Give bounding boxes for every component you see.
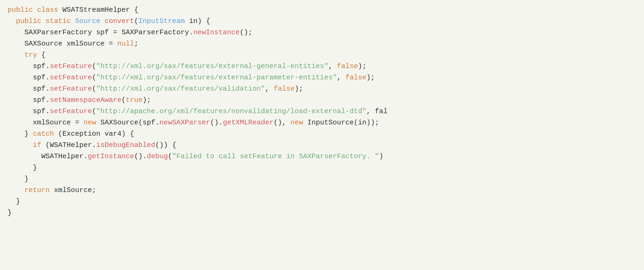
code-token: ( [92,62,96,70]
code-token: "Failed to call setFeature in SAXParserF… [172,153,379,161]
code-line: return xmlSource; [8,185,636,196]
code-token: ( [92,74,96,82]
code-token: , [265,85,273,93]
code-line: } catch (Exception var4) { [8,129,636,140]
code-token: "http://xml.org/sax/features/external-ge… [96,62,328,70]
code-token: xmlSource; [50,186,96,194]
code-token: , [328,62,337,70]
code-token: (). [210,119,223,127]
code-line: if (WSATHelper.isDebugEnabled()) { [8,140,636,151]
code-line: spf.setFeature("http://xml.org/sax/featu… [8,61,636,72]
code-token: getInstance [88,153,134,161]
code-token: ); [295,85,303,93]
code-token: "http://xml.org/sax/features/external-pa… [96,74,337,82]
code-line: } [8,196,636,208]
code-token: false [345,74,366,82]
code-token: catch [33,130,54,138]
code-token: , [337,74,345,82]
code-token: ; [134,40,138,48]
code-token: ( [168,153,172,161]
code-token: SAXParserFactory spf = SAXParserFactory. [8,29,193,37]
code-token: ); [143,96,151,104]
code-token: } [8,164,37,172]
code-token: false [337,62,358,70]
code-token: static [45,17,71,25]
code-token: public [8,6,33,14]
code-token [8,51,24,59]
code-token: setFeature [50,85,92,93]
code-token: "http://xml.org/sax/features/validation" [96,85,265,93]
code-token: InputSource(in)); [303,119,379,127]
code-line: spf.setFeature("http://xml.org/sax/featu… [8,84,636,95]
code-token: (), [273,119,290,127]
code-line: public class WSATStreamHelper { [8,5,636,16]
code-token: "http://apache.org/xml/features/nonvalid… [96,108,366,116]
code-line: spf.setFeature("http://apache.org/xml/fe… [8,106,636,117]
code-token: ( [121,96,126,104]
code-token: ( [92,108,96,116]
code-token: ( [134,17,138,25]
code-token: setFeature [50,108,92,116]
code-token: } [8,175,29,183]
code-token: setFeature [50,62,92,70]
code-token: ); [358,62,366,70]
code-token: (); [240,29,252,37]
code-token: ()) { [155,141,176,149]
code-token: WSATStreamHelper { [58,6,138,14]
code-line: try { [8,50,636,61]
code-token: isDebugEnabled [96,141,155,149]
code-line: } [8,162,636,174]
code-token [41,17,45,25]
code-token: ) [379,153,383,161]
code-line: SAXParserFactory spf = SAXParserFactory.… [8,27,636,39]
code-line: xmlSource = new SAXSource(spf.newSAXPars… [8,117,636,129]
code-token: InputStream [138,17,185,25]
code-token: (Exception var4) { [54,130,134,138]
code-token: SAXSource(spf. [96,119,159,127]
code-line: WSATHelper.getInstance().debug("Failed t… [8,151,636,162]
code-token: WSATHelper. [8,153,88,161]
code-line: public static Source convert(InputStream… [8,16,636,27]
code-token: ( [92,85,96,93]
code-token [8,141,33,149]
code-token: convert [105,17,134,25]
code-line: spf.setFeature("http://xml.org/sax/featu… [8,72,636,84]
code-token [8,17,16,25]
code-token: } [8,130,33,138]
code-token: class [37,6,58,14]
code-token: newSAXParser [159,119,210,127]
code-token: Source [71,17,105,25]
code-token: } [8,209,12,217]
code-token: new [290,119,303,127]
code-token: return [24,186,50,194]
code-token: ); [366,74,375,82]
code-line: } [8,174,636,185]
code-token: null [117,40,134,48]
code-token: public [16,17,41,25]
code-token: newInstance [193,29,240,37]
code-token: { [37,51,45,59]
code-token: (WSATHelper. [41,141,96,149]
code-token: spf. [8,96,50,104]
code-token: false [273,85,295,93]
code-token: spf. [8,62,50,70]
code-token: in) { [185,17,210,25]
code-line: SAXSource xmlSource = null; [8,39,636,50]
code-line: } [8,208,636,219]
code-token: getXMLReader [223,119,273,127]
code-token: new [83,119,96,127]
code-token: spf. [8,85,50,93]
code-token: spf. [8,74,50,82]
code-token: } [8,198,20,206]
code-token: try [24,51,37,59]
code-view: public class WSATStreamHelper { public s… [8,5,636,219]
code-token: , fal [366,108,387,116]
code-token: debug [147,153,168,161]
code-token [8,186,24,194]
code-token: SAXSource xmlSource = [8,40,117,48]
code-token: setNamespaceAware [50,96,121,104]
code-token [33,6,37,14]
code-token: (). [134,153,147,161]
code-token: xmlSource = [8,119,83,127]
code-token: spf. [8,108,50,116]
